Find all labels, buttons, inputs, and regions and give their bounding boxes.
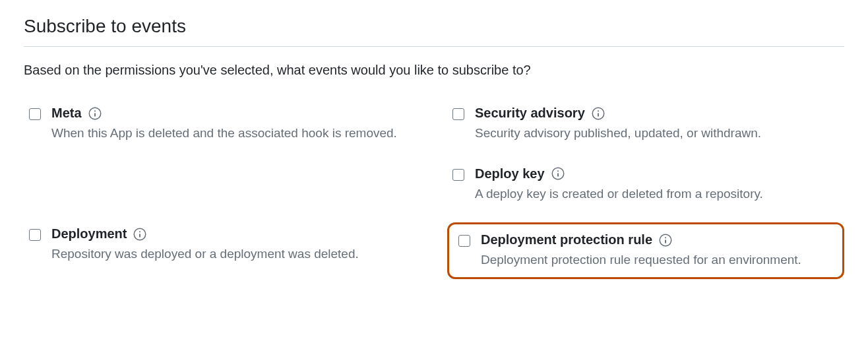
event-item-deployment: Deployment Repository was deployed or a …: [24, 222, 421, 279]
svg-point-7: [557, 170, 559, 172]
event-content: Deploy key A deploy key is created or de…: [475, 166, 839, 203]
event-description-deployment-protection-rule: Deployment protection rule requested for…: [481, 251, 833, 269]
checkbox-deployment-protection-rule[interactable]: [458, 235, 470, 247]
event-description-deployment: Repository was deployed or a deployment …: [51, 245, 416, 263]
events-grid: Meta When this App is deleted and the as…: [24, 102, 844, 279]
event-title-deploy-key: Deploy key: [475, 166, 545, 181]
event-title-deployment: Deployment: [51, 226, 127, 242]
event-description-meta: When this App is deleted and the associa…: [51, 125, 416, 143]
event-description-deploy-key: A deploy key is created or deleted from …: [475, 185, 839, 203]
checkbox-meta[interactable]: [29, 108, 41, 120]
checkbox-deploy-key[interactable]: [452, 169, 464, 181]
event-header: Meta: [51, 106, 416, 121]
event-item-security-advisory: Security advisory Security advisory publ…: [447, 102, 844, 146]
svg-point-1: [94, 110, 96, 112]
svg-point-4: [598, 110, 599, 112]
info-icon[interactable]: [88, 107, 102, 120]
info-icon[interactable]: [659, 234, 672, 247]
event-content: Security advisory Security advisory publ…: [475, 106, 839, 143]
svg-point-10: [139, 231, 140, 232]
event-title-security-advisory: Security advisory: [475, 106, 585, 121]
svg-point-13: [665, 237, 666, 238]
event-title-meta: Meta: [51, 106, 82, 121]
event-title-deployment-protection-rule: Deployment protection rule: [481, 232, 652, 247]
info-icon[interactable]: [592, 107, 605, 120]
checkbox-security-advisory[interactable]: [452, 108, 464, 120]
event-content: Deployment Repository was deployed or a …: [51, 226, 416, 263]
event-content: Deployment protection rule Deployment pr…: [481, 232, 833, 269]
event-item-deploy-key: Deploy key A deploy key is created or de…: [447, 162, 844, 207]
event-item-meta: Meta When this App is deleted and the as…: [24, 102, 421, 146]
event-content: Meta When this App is deleted and the as…: [51, 106, 416, 143]
event-header: Deployment: [51, 226, 416, 242]
event-header: Security advisory: [475, 106, 839, 121]
info-icon[interactable]: [551, 167, 565, 180]
event-description-security-advisory: Security advisory published, updated, or…: [475, 125, 839, 143]
section-description: Based on the permissions you've selected…: [24, 63, 844, 78]
checkbox-deployment[interactable]: [29, 229, 41, 241]
info-icon[interactable]: [133, 228, 146, 241]
event-item-deployment-protection-rule: Deployment protection rule Deployment pr…: [447, 222, 844, 279]
event-header: Deployment protection rule: [481, 232, 833, 247]
section-title: Subscribe to events: [24, 16, 844, 47]
event-header: Deploy key: [475, 166, 839, 181]
